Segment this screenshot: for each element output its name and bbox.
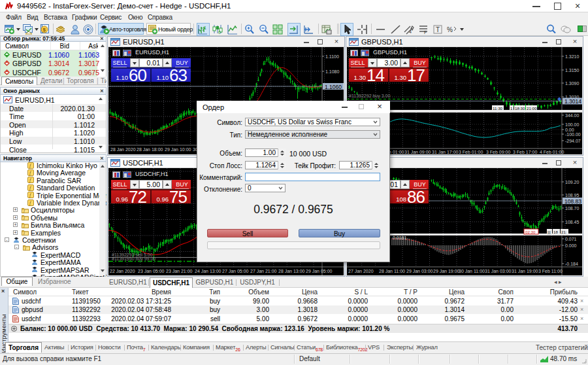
svg-text:1.3014: 1.3014 <box>564 98 581 105</box>
svg-text:1.3090: 1.3090 <box>565 81 580 86</box>
svg-text:1: 1 <box>204 26 206 30</box>
svg-text:-294.07: -294.07 <box>565 139 581 143</box>
svg-text:28 Jan 11:00: 28 Jan 11:00 <box>379 269 405 273</box>
svg-text:22 Jan 2020: 22 Jan 2020 <box>110 269 135 273</box>
svg-text:F: F <box>424 30 427 35</box>
svg-text:28 Jan 2020: 28 Jan 2020 <box>110 147 136 152</box>
svg-text:28 Jan 18:00: 28 Jan 18:00 <box>137 147 163 152</box>
svg-text:344.00: 344.00 <box>565 113 580 118</box>
svg-text:%: % <box>447 26 453 33</box>
svg-text:3 Feb 01:00: 3 Feb 01:00 <box>459 150 483 154</box>
svg-text:0.0181: 0.0181 <box>393 235 407 240</box>
svg-text:28 Jan 13:00: 28 Jan 13:00 <box>278 269 305 273</box>
svg-text:3 Feb 09:00: 3 Feb 09:00 <box>486 150 510 154</box>
svg-text:1.3150: 1.3150 <box>565 68 580 73</box>
svg-text:1.3210: 1.3210 <box>565 54 580 59</box>
svg-text:1.1060: 1.1060 <box>325 84 342 90</box>
svg-text:24 Jan 13:00: 24 Jan 13:00 <box>195 269 221 273</box>
svg-text:23 Jan 05:00: 23 Jan 05:00 <box>138 269 165 273</box>
svg-text:108.70: 108.70 <box>565 206 580 211</box>
svg-text:29 Jan 19:00: 29 Jan 19:00 <box>433 269 460 273</box>
svg-text:-0.184: -0.184 <box>565 262 578 266</box>
svg-text:-100.00: -100.00 <box>565 132 581 137</box>
svg-text:31 Jan 09:00: 31 Jan 09:00 <box>404 150 431 154</box>
svg-text:29 Jan 05:00: 29 Jan 05:00 <box>306 269 333 273</box>
svg-text:18: 18 <box>553 230 558 234</box>
svg-text:18:30: 18:30 <box>515 106 525 111</box>
svg-text:#11391950 buy 99.00: #11391950 buy 99.00 <box>112 256 155 262</box>
svg-text:0.00: 0.00 <box>565 128 574 132</box>
svg-text:0.000: 0.000 <box>565 243 577 248</box>
svg-text:0.071: 0.071 <box>565 237 577 241</box>
svg-text:21:: 21: <box>561 230 567 234</box>
svg-text:02:30: 02:30 <box>525 230 536 234</box>
svg-text:31 Jan 19:00: 31 Jan 19:00 <box>512 269 538 273</box>
svg-text:31 Jan 17:00: 31 Jan 17:00 <box>432 150 459 154</box>
svg-text:31 Jan 03:00: 31 Jan 03:00 <box>485 269 512 273</box>
svg-text:1.1100: 1.1100 <box>325 54 339 59</box>
svg-text:|||: ||| <box>547 230 551 234</box>
svg-text:0: 0 <box>218 30 221 35</box>
svg-text:21:00: 21:00 <box>527 106 537 111</box>
svg-text:30 Jan 11:00: 30 Jan 11:00 <box>459 269 485 273</box>
svg-text:4 Feb 01:00: 4 Feb 01:00 <box>540 150 564 154</box>
svg-text:23 Jan 21:00: 23 Jan 21:00 <box>166 269 193 273</box>
svg-text:T: T <box>436 26 440 33</box>
svg-text:27 Jan 05:00: 27 Jan 05:00 <box>222 269 249 273</box>
svg-text:100.00: 100.00 <box>565 122 580 127</box>
svg-text:3 Feb 17:00: 3 Feb 17:00 <box>513 150 537 154</box>
svg-text:108.45: 108.45 <box>565 220 580 224</box>
svg-text:#11392292 buy 3.00: #11392292 buy 3.00 <box>349 94 390 99</box>
svg-text:4: 4 <box>409 29 412 34</box>
svg-text:27 Jan 2020: 27 Jan 2020 <box>348 269 374 273</box>
svg-text:27 Jan 21:00: 27 Jan 21:00 <box>250 269 277 273</box>
svg-text:3 Feb 11:00: 3 Feb 11:00 <box>538 269 563 273</box>
svg-text:11:30: 11:30 <box>493 106 503 111</box>
svg-text:29 Jan 03:00: 29 Jan 03:00 <box>406 269 433 273</box>
svg-text:108.95: 108.95 <box>565 193 580 198</box>
svg-text:1.1080: 1.1080 <box>325 69 340 74</box>
svg-text:109.20: 109.20 <box>565 180 580 184</box>
svg-text:108.83: 108.83 <box>564 198 581 205</box>
svg-text:$: $ <box>43 27 46 33</box>
